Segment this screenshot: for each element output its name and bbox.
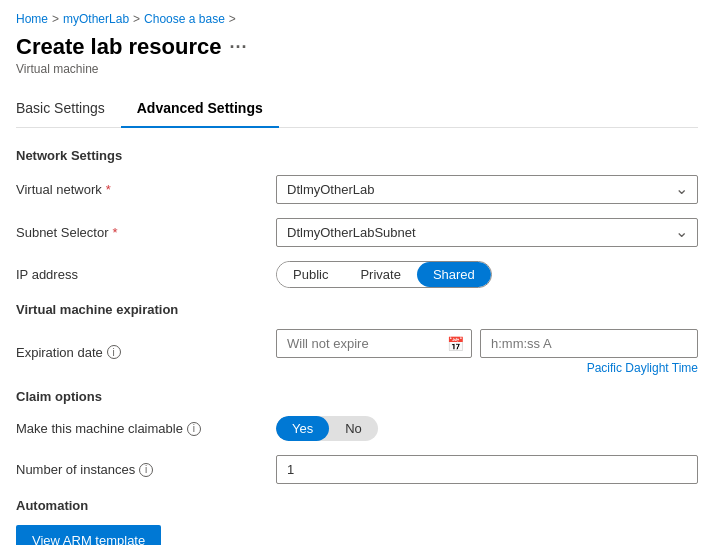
breadcrumb-sep-1: >: [52, 12, 59, 26]
date-input-wrapper: 📅: [276, 329, 472, 358]
subnet-selector-control: DtlmyOtherLabSubnet: [276, 218, 698, 247]
ip-address-label: IP address: [16, 267, 276, 282]
yes-option[interactable]: Yes: [276, 416, 329, 441]
breadcrumb-home[interactable]: Home: [16, 12, 48, 26]
expiration-inputs: 📅: [276, 329, 698, 358]
view-arm-template-button[interactable]: View ARM template: [16, 525, 161, 545]
claim-options-section: Claim options Make this machine claimabl…: [16, 389, 698, 484]
network-settings-section: Network Settings Virtual network * Dtlmy…: [16, 148, 698, 288]
ip-option-shared[interactable]: Shared: [417, 262, 491, 287]
virtual-network-row: Virtual network * DtlmyOtherLab: [16, 175, 698, 204]
required-star-subnet: *: [113, 225, 118, 240]
ip-option-private[interactable]: Private: [344, 262, 416, 287]
breadcrumb-choose-base[interactable]: Choose a base: [144, 12, 225, 26]
yes-no-toggle: Yes No: [276, 416, 378, 441]
tab-advanced-settings[interactable]: Advanced Settings: [121, 92, 279, 128]
make-claimable-control: Yes No: [276, 416, 698, 441]
subnet-selector-label: Subnet Selector *: [16, 225, 276, 240]
page-subtitle: Virtual machine: [16, 62, 698, 76]
page-title: Create lab resource: [16, 34, 221, 60]
page-title-container: Create lab resource ···: [16, 34, 698, 60]
num-instances-row: Number of instances i: [16, 455, 698, 484]
claim-options-title: Claim options: [16, 389, 698, 404]
ip-address-row: IP address Public Private Shared: [16, 261, 698, 288]
instances-info-icon[interactable]: i: [139, 463, 153, 477]
virtual-network-control: DtlmyOtherLab: [276, 175, 698, 204]
timezone-row: Pacific Daylight Time: [276, 361, 698, 375]
breadcrumb: Home > myOtherLab > Choose a base >: [16, 12, 698, 26]
virtual-network-dropdown-wrapper: DtlmyOtherLab: [276, 175, 698, 204]
vm-expiration-title: Virtual machine expiration: [16, 302, 698, 317]
required-star-vn: *: [106, 182, 111, 197]
automation-section: Automation View ARM template: [16, 498, 698, 545]
virtual-network-label: Virtual network *: [16, 182, 276, 197]
automation-title: Automation: [16, 498, 698, 513]
subnet-dropdown[interactable]: DtlmyOtherLabSubnet: [276, 218, 698, 247]
timezone-text: Pacific Daylight Time: [587, 361, 698, 375]
breadcrumb-sep-3: >: [229, 12, 236, 26]
num-instances-control: [276, 455, 698, 484]
expiration-date-label: Expiration date i: [16, 345, 276, 360]
num-instances-label: Number of instances i: [16, 462, 276, 477]
make-claimable-row: Make this machine claimable i Yes No: [16, 416, 698, 441]
tab-basic-settings[interactable]: Basic Settings: [16, 92, 121, 128]
subnet-selector-row: Subnet Selector * DtlmyOtherLabSubnet: [16, 218, 698, 247]
num-instances-input[interactable]: [276, 455, 698, 484]
ip-option-public[interactable]: Public: [277, 262, 344, 287]
date-input[interactable]: [276, 329, 472, 358]
network-settings-title: Network Settings: [16, 148, 698, 163]
tabs-container: Basic Settings Advanced Settings: [16, 92, 698, 128]
breadcrumb-sep-2: >: [133, 12, 140, 26]
time-input[interactable]: [480, 329, 698, 358]
calendar-icon: 📅: [447, 336, 464, 352]
claimable-info-icon[interactable]: i: [187, 422, 201, 436]
ip-toggle: Public Private Shared: [276, 261, 492, 288]
more-options-icon[interactable]: ···: [229, 37, 247, 58]
expiration-date-control: 📅 Pacific Daylight Time: [276, 329, 698, 375]
virtual-network-dropdown[interactable]: DtlmyOtherLab: [276, 175, 698, 204]
make-claimable-label: Make this machine claimable i: [16, 421, 276, 436]
ip-address-control: Public Private Shared: [276, 261, 698, 288]
expiration-date-row: Expiration date i 📅 Pacific Daylight Tim…: [16, 329, 698, 375]
no-option[interactable]: No: [329, 416, 378, 441]
vm-expiration-section: Virtual machine expiration Expiration da…: [16, 302, 698, 375]
expiration-info-icon[interactable]: i: [107, 345, 121, 359]
subnet-dropdown-wrapper: DtlmyOtherLabSubnet: [276, 218, 698, 247]
breadcrumb-lab[interactable]: myOtherLab: [63, 12, 129, 26]
